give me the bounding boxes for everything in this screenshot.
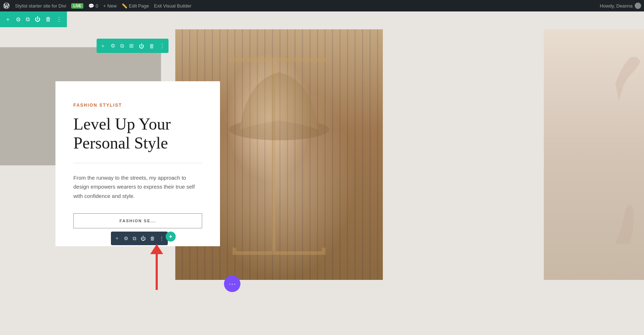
divi-more-icon[interactable]: ⋮: [56, 16, 62, 23]
live-badge: Live: [71, 3, 83, 9]
right-image: [544, 29, 644, 280]
module-power-icon[interactable]: ⏻: [141, 236, 146, 241]
arrow-indicator: [150, 245, 163, 290]
arrow-head: [150, 244, 163, 254]
section-settings-icon[interactable]: ⚙: [111, 43, 115, 49]
admin-bar: Stylist starter site for Divi Live 💬 0 +…: [0, 0, 644, 11]
section-copy-icon[interactable]: ⧉: [120, 43, 124, 49]
module-settings-icon[interactable]: ⚙: [124, 236, 128, 241]
edit-page-link[interactable]: ✏️ Edit Page: [122, 3, 149, 9]
page-content: ＋ ⚙ ⧉ ⊞ ⏻ 🗑 ⋮ FASHION STYLIST Level Up Y…: [0, 11, 644, 335]
section-columns-icon[interactable]: ⊞: [129, 43, 134, 49]
divi-delete-icon[interactable]: 🗑: [45, 16, 51, 23]
section-add-icon[interactable]: ＋: [100, 43, 106, 49]
card-title: Level Up Your Personal Style: [73, 115, 202, 153]
exit-vb-link[interactable]: Exit Visual Builder: [154, 3, 191, 9]
divi-settings-icon[interactable]: ⚙: [16, 16, 21, 23]
wp-logo[interactable]: [3, 2, 10, 9]
divi-builder-bar: ＋ ⚙ ⧉ ⏻ 🗑 ⋮: [0, 11, 67, 27]
card-body: From the runway to the streets, my appro…: [73, 173, 202, 201]
section-toolbar: ＋ ⚙ ⧉ ⊞ ⏻ 🗑 ⋮: [97, 39, 169, 53]
card-divider: [73, 163, 202, 163]
module-toolbar: ＋ ⚙ ⧉ ⏻ 🗑 ⋮: [111, 232, 168, 245]
new-link[interactable]: + New: [103, 3, 117, 9]
module-add-icon[interactable]: ＋: [114, 235, 119, 242]
divi-add-icon[interactable]: ＋: [5, 16, 11, 23]
card-eyebrow: FASHION STYLIST: [73, 103, 202, 108]
howdy-user[interactable]: Howdy, Deanna: [600, 3, 641, 9]
hero-card: FASHION STYLIST Level Up Your Personal S…: [55, 81, 220, 246]
divi-copy-icon[interactable]: ⧉: [26, 16, 30, 23]
card-button[interactable]: FASHION SE...: [73, 213, 202, 228]
user-avatar: [635, 3, 641, 9]
arrow-shaft: [156, 254, 158, 290]
section-more-icon[interactable]: ⋮: [160, 43, 165, 49]
site-name: Stylist starter site for Divi: [15, 3, 66, 9]
divi-power-icon[interactable]: ⏻: [35, 16, 40, 23]
module-add-circle[interactable]: +: [166, 232, 176, 242]
module-delete-icon[interactable]: 🗑: [150, 236, 155, 241]
purple-dots-button[interactable]: ⋯: [224, 276, 240, 292]
comment-count-link[interactable]: 💬 0: [88, 3, 98, 9]
section-delete-icon[interactable]: 🗑: [149, 43, 155, 49]
module-more-icon[interactable]: ⋮: [159, 236, 164, 241]
section-power-icon[interactable]: ⏻: [139, 43, 144, 49]
module-copy-icon[interactable]: ⧉: [133, 236, 136, 242]
